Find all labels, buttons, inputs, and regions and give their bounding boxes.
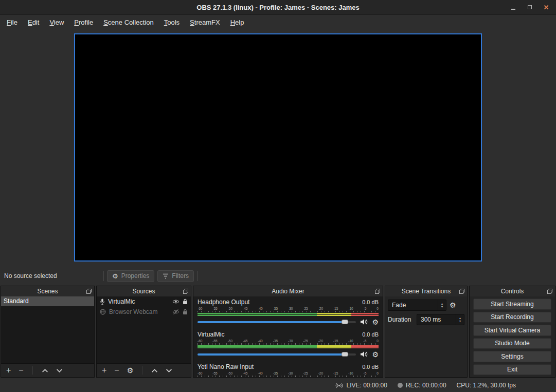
scenes-dock: Scenes Standard + − [1,286,95,378]
remove-scene-button[interactable]: − [19,366,23,375]
duration-value: 300 ms [421,316,441,323]
source-properties-gear-icon[interactable]: ⚙ [127,367,134,374]
meter-scale-tick: -30 [288,339,293,343]
popout-icon[interactable] [547,289,552,294]
source-down-button[interactable] [166,368,172,373]
source-name: Browser Webcam [109,308,157,315]
filters-button[interactable]: Filters [157,270,194,282]
popout-icon[interactable] [86,289,92,294]
meter-scale-tick: -25 [303,371,308,376]
mixer-channel-virtualmic: VirtualMic 0.0 dB -60-55-50-45-40-35-30-… [198,330,379,360]
sources-list: VirtualMic Browser Webcam [97,296,191,363]
transition-properties-gear-icon[interactable]: ⚙ [450,302,456,309]
filters-label: Filters [172,272,189,279]
remove-source-button[interactable]: − [114,366,119,375]
chevron-down-icon [166,368,172,373]
slider-handle[interactable] [342,352,348,357]
speaker-icon[interactable] [360,319,368,325]
chevron-up-icon [42,368,48,373]
meter-scale-tick: -15 [333,307,338,311]
exit-button[interactable]: Exit [473,364,551,376]
meter-scale-tick: -35 [273,371,278,376]
gear-icon[interactable]: ⚙ [372,319,379,326]
popout-icon[interactable] [183,289,188,294]
meter-scale-tick: -55 [212,307,217,311]
scene-up-button[interactable] [42,368,48,373]
scene-item-standard[interactable]: Standard [1,296,94,306]
source-item-virtualmic[interactable]: VirtualMic [97,296,191,307]
gear-icon[interactable]: ⚙ [372,351,379,358]
add-source-button[interactable]: + [102,366,106,375]
visibility-eye-icon[interactable] [172,299,180,304]
properties-button[interactable]: ⚙ Properties [107,270,154,282]
status-bar: LIVE: 00:00:00 REC: 00:00:00 CPU: 1.2%, … [0,379,556,392]
menu-scene-collection[interactable]: Scene Collection [98,18,159,26]
meter-scale-tick: -40 [258,339,262,343]
sources-header: Sources [97,286,191,296]
volume-slider[interactable] [198,321,356,323]
titlebar[interactable]: OBS 27.1.3 (linux) - Profile: James - Sc… [0,0,556,15]
duration-spinner[interactable]: ▴ ▾ [456,314,464,325]
meter-scale-tick: -45 [243,371,247,376]
source-toolbar: No source selected ⚙ Properties Filters [0,268,556,284]
popout-icon[interactable] [459,289,464,294]
meter-scale-tick: -45 [243,339,247,343]
start-virtual-camera-button[interactable]: Start Virtual Camera [473,325,551,336]
meter-scale-tick: -60 [198,307,202,311]
meter-ticks [198,311,379,312]
mixer-title: Audio Mixer [272,288,304,295]
meter-ticks [198,343,379,345]
meter-scale-tick: -50 [228,339,232,343]
cpu-fps-stats: CPU: 1.2%, 30.00 fps [457,382,516,389]
toolbar-separator [32,366,33,375]
menu-tools[interactable]: Tools [159,18,185,26]
meter-scale-tick: -5 [364,307,367,311]
meter-scale-tick: -50 [228,307,232,311]
meter-scale-tick: -40 [258,307,262,311]
menu-file[interactable]: File [2,18,23,26]
lock-icon[interactable] [183,298,188,305]
meter-scale-tick: -35 [273,339,278,343]
meter-scale-tick: -35 [273,307,278,311]
volume-slider[interactable] [198,353,356,356]
start-recording-button[interactable]: Start Recording [473,312,551,323]
toolbar-separator [103,271,104,281]
transition-select[interactable]: Fade ▴ ▾ [388,300,446,311]
meter-scale-tick: -10 [348,307,353,311]
scene-transitions-dock: Scene Transitions Fade ▴ ▾ ⚙ Duration 30… [385,286,468,378]
sources-title: Sources [132,288,155,295]
close-button[interactable]: ✕ [543,4,550,11]
studio-mode-button[interactable]: Studio Mode [473,338,551,349]
controls-header: Controls [470,286,555,296]
start-streaming-button[interactable]: Start Streaming [473,298,551,310]
maximize-button[interactable] [526,4,533,11]
menu-view[interactable]: View [44,18,69,26]
meter-scale-tick: -5 [364,339,367,343]
source-up-button[interactable] [151,368,158,373]
lock-icon[interactable] [183,309,188,315]
minimize-button[interactable] [510,4,517,11]
maximize-icon [528,5,532,9]
meter-scale: -60-55-50-45-40-35-30-25-20-15-10-50 [198,307,379,311]
popout-icon[interactable] [375,289,380,294]
menu-streamfx[interactable]: StreamFX [185,18,225,26]
speaker-icon[interactable] [360,351,368,358]
source-item-browser-webcam[interactable]: Browser Webcam [97,307,191,317]
menu-help[interactable]: Help [225,18,249,26]
scene-down-button[interactable] [56,368,63,373]
settings-button[interactable]: Settings [473,351,551,362]
meter-scale-tick: -50 [228,371,232,376]
sources-dock: Sources VirtualMic Browser Webcam + − ⚙ [96,286,191,378]
microphone-icon [100,298,105,305]
combo-spinner[interactable]: ▴ ▾ [438,300,446,310]
menu-profile[interactable]: Profile [69,18,98,26]
preview-canvas[interactable] [74,33,482,262]
visibility-eye-off-icon[interactable] [172,309,180,314]
channel-db: 0.0 dB [362,331,379,338]
duration-input[interactable]: 300 ms ▴ ▾ [417,314,464,325]
chevron-up-icon [151,368,158,373]
menu-edit[interactable]: Edit [23,18,44,26]
add-scene-button[interactable]: + [6,366,11,375]
slider-handle[interactable] [342,320,348,324]
meter-scale-tick: -15 [333,339,338,343]
